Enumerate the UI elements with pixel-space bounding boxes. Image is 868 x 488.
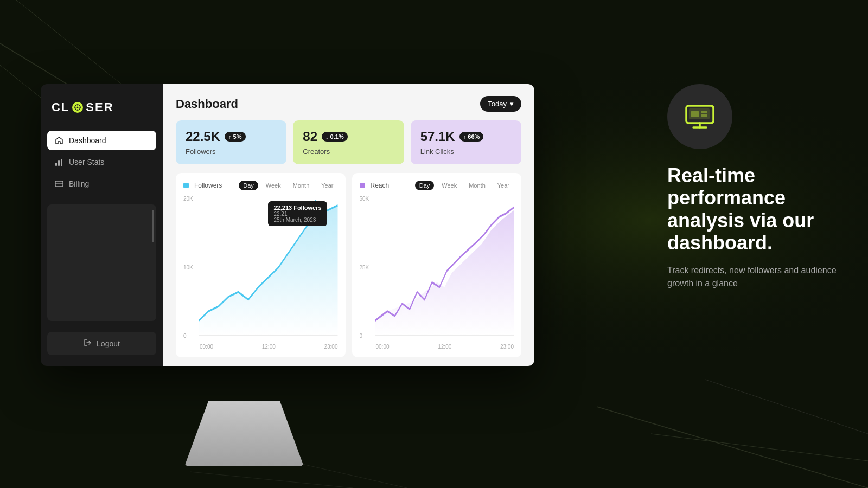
page-title: Dashboard xyxy=(176,97,238,111)
dashboard-icon xyxy=(684,100,716,133)
creators-label: Creators xyxy=(303,147,394,156)
stat-card-followers: 22.5K ↑ 5% Followers xyxy=(176,120,286,164)
creators-badge: ↓ 0.1% xyxy=(322,132,348,142)
chart-icon xyxy=(55,158,63,166)
reach-chart-header: Reach Day Week Month Year xyxy=(360,181,514,190)
followers-label: Followers xyxy=(186,147,277,156)
period-button[interactable]: Today ▾ xyxy=(480,96,521,112)
svg-rect-28 xyxy=(691,111,699,117)
nav-items: Dashboard User Stats xyxy=(41,131,163,194)
stat-card-link-clicks: 57.1K ↑ 66% Link Clicks xyxy=(411,120,521,164)
followers-chart-card: Followers Day Week Month Year 20K 10K 0 xyxy=(176,173,346,357)
sidebar-item-user-stats[interactable]: User Stats xyxy=(47,152,156,172)
svg-point-10 xyxy=(77,107,79,108)
creators-value: 82 xyxy=(303,129,317,144)
reach-chart-card: Reach Day Week Month Year 50K 25K 0 xyxy=(352,173,522,357)
svg-rect-18 xyxy=(55,181,63,187)
stats-row: 22.5K ↑ 5% Followers 82 ↓ 0.1% Creators … xyxy=(163,120,534,173)
reach-tab-year[interactable]: Year xyxy=(493,181,514,190)
followers-tab-month[interactable]: Month xyxy=(289,181,314,190)
logo: CL SER xyxy=(41,100,163,131)
logo-text-suffix: SER xyxy=(86,100,113,114)
logout-button[interactable]: Logout xyxy=(47,332,156,355)
followers-tab-week[interactable]: Week xyxy=(261,181,285,190)
followers-chart-header: Followers Day Week Month Year xyxy=(183,181,338,190)
followers-chart-svg xyxy=(199,196,338,350)
reach-tab-day[interactable]: Day xyxy=(415,181,435,190)
svg-point-21 xyxy=(315,211,318,219)
promo-headline: Real-time performance analysis via our d… xyxy=(667,164,841,254)
monitor-stand xyxy=(184,401,304,466)
sidebar-spacer xyxy=(47,204,156,321)
logout-icon xyxy=(84,338,92,349)
reach-y-labels: 50K 25K 0 xyxy=(360,196,369,339)
reach-tab-week[interactable]: Week xyxy=(437,181,461,190)
reach-legend-dot xyxy=(360,183,365,188)
sidebar-scrollbar xyxy=(152,210,154,242)
svg-rect-29 xyxy=(701,111,707,113)
dashboard-header: Dashboard Today ▾ xyxy=(163,84,534,120)
billing-label: Billing xyxy=(69,179,89,188)
logout-label: Logout xyxy=(97,339,120,348)
sidebar-item-dashboard[interactable]: Dashboard xyxy=(47,131,156,150)
dashboard-label: Dashboard xyxy=(69,136,106,145)
followers-badge: ↑ 5% xyxy=(225,132,245,142)
stat-card-creators: 82 ↓ 0.1% Creators xyxy=(293,120,404,164)
followers-x-labels: 00:00 12:00 23:00 xyxy=(200,344,338,350)
promo-subtext: Track redirects, new followers and audie… xyxy=(667,264,841,290)
link-clicks-value: 57.1K xyxy=(420,129,455,144)
user-stats-label: User Stats xyxy=(69,158,104,166)
logo-icon xyxy=(72,102,83,113)
promo-icon-circle xyxy=(667,84,732,149)
promo-section: Real-time performance analysis via our d… xyxy=(667,84,841,290)
reach-chart-title: Reach xyxy=(371,182,390,189)
billing-icon xyxy=(55,179,63,188)
reach-chart-svg xyxy=(375,196,514,350)
charts-row: Followers Day Week Month Year 20K 10K 0 xyxy=(163,173,534,366)
reach-chart-area: 50K 25K 0 xyxy=(360,196,514,350)
followers-tab-day[interactable]: Day xyxy=(239,181,258,190)
svg-rect-16 xyxy=(58,160,60,166)
followers-chart-area: 20K 10K 0 xyxy=(183,196,338,350)
period-label: Today xyxy=(488,100,507,108)
followers-tab-year[interactable]: Year xyxy=(317,181,337,190)
followers-y-labels: 20K 10K 0 xyxy=(183,196,193,339)
reach-tab-month[interactable]: Month xyxy=(464,181,490,190)
logo-text: CL xyxy=(52,100,69,114)
link-clicks-label: Link Clicks xyxy=(420,147,512,156)
followers-legend-dot xyxy=(183,183,189,188)
followers-value: 22.5K xyxy=(186,129,220,144)
main-content: Dashboard Today ▾ 22.5K ↑ 5% Followers xyxy=(163,84,534,366)
home-icon xyxy=(55,136,63,145)
svg-rect-30 xyxy=(701,114,707,117)
reach-x-labels: 00:00 12:00 23:00 xyxy=(376,344,514,350)
sidebar: CL SER xyxy=(41,84,163,366)
chevron-down-icon: ▾ xyxy=(510,100,514,108)
followers-chart-tabs: Day Week Month Year xyxy=(239,181,337,190)
monitor-container: CL SER xyxy=(41,84,534,366)
svg-rect-15 xyxy=(55,163,57,166)
reach-chart-tabs: Day Week Month Year xyxy=(415,181,514,190)
svg-rect-17 xyxy=(61,159,62,166)
sidebar-item-billing[interactable]: Billing xyxy=(47,174,156,194)
followers-chart-title: Followers xyxy=(194,182,222,189)
link-clicks-badge: ↑ 66% xyxy=(459,132,484,142)
